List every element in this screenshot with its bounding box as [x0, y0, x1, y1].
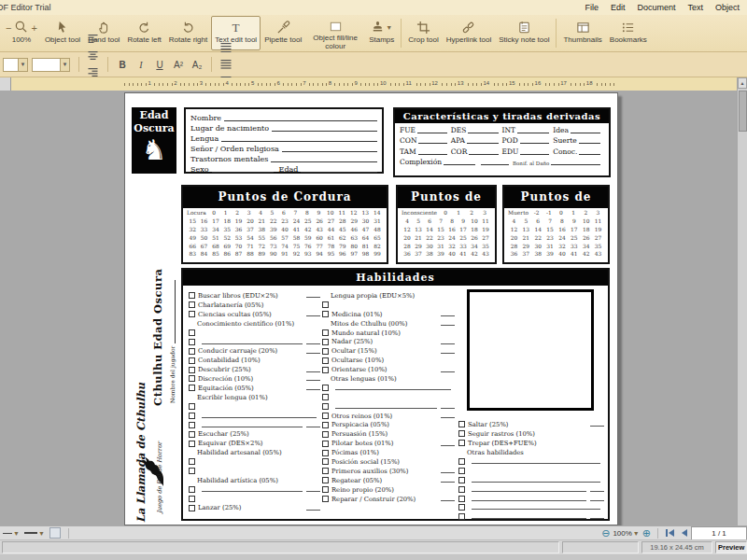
- menu-bar: FileEditDocumentTextObject: [585, 3, 747, 12]
- tracker-number: 76: [303, 244, 314, 252]
- tracker-number: 5: [266, 210, 277, 218]
- tracker-row: 8384858687888990919293949596979899: [187, 251, 383, 259]
- ruler-number: 5: [250, 80, 255, 86]
- line-style-picker[interactable]: ▼: [3, 530, 20, 537]
- menu-item-document[interactable]: Document: [637, 3, 675, 12]
- vertical-scrollbar[interactable]: ▲: [737, 77, 747, 525]
- align-center-button[interactable]: [85, 48, 102, 64]
- menu-item-text[interactable]: Text: [687, 3, 703, 12]
- tracker-number: 72: [256, 244, 267, 252]
- tracker-number: 93: [303, 251, 314, 259]
- rotate-right-button[interactable]: Rotate right: [165, 16, 211, 50]
- tracker-number: 11: [592, 218, 604, 227]
- tracker-number: 42: [469, 251, 480, 259]
- skill-row: Mundo natural (10%): [322, 329, 455, 338]
- skill-score-line: [441, 441, 455, 446]
- thumbnails-button[interactable]: Thumbnails: [559, 16, 605, 50]
- skill-label: Pócimas (01%): [331, 449, 379, 456]
- note-colour-icon[interactable]: [49, 527, 61, 539]
- tracker-number: 30: [532, 244, 544, 252]
- chevron-down-icon[interactable]: ▼: [60, 59, 69, 71]
- skill-row: Persuasión (15%): [322, 429, 455, 439]
- menu-item-edit[interactable]: Edit: [611, 3, 626, 12]
- stat-field-pod: POD: [502, 136, 554, 145]
- tracker-number: 5: [520, 218, 532, 227]
- bold-button[interactable]: B: [114, 56, 131, 73]
- skill-score-line: [441, 321, 455, 326]
- line-spacing-15-button[interactable]: [218, 56, 234, 73]
- document-canvas[interactable]: Cthulhu Edad Oscura Nombre del jugador L…: [0, 91, 737, 525]
- font-family-combo[interactable]: ▼: [3, 58, 28, 72]
- zoom-tool-button[interactable]: − + 100%: [2, 16, 41, 50]
- skill-checkbox: [322, 403, 329, 410]
- pdf-page[interactable]: Cthulhu Edad Oscura Nombre del jugador L…: [124, 92, 618, 525]
- object-fill-line-colour-button[interactable]: Object fill/line colour: [305, 16, 365, 50]
- zoom-out-icon[interactable]: −: [6, 22, 11, 34]
- pipette-tool-button[interactable]: Pipette tool: [261, 16, 305, 50]
- skill-row: [458, 457, 604, 467]
- chevron-down-icon[interactable]: ▼: [18, 59, 27, 71]
- font-size-combo[interactable]: ▼: [32, 58, 70, 72]
- tracker-number: 24: [557, 235, 569, 244]
- divider: [68, 528, 69, 539]
- rotate-right-icon: [181, 20, 195, 35]
- bookmarks-button[interactable]: Bookmarks: [606, 16, 651, 50]
- skill-row: Ciencias ocultas (05%): [189, 310, 320, 319]
- object-tool-button[interactable]: Object tool: [41, 16, 84, 50]
- tracker-number: 19: [233, 218, 244, 227]
- previous-page-button[interactable]: [682, 529, 687, 537]
- skill-label: Lengua propia (EDU×5%): [331, 292, 415, 300]
- ruler-number: 15: [508, 80, 516, 86]
- tracker-number: 3: [243, 210, 254, 218]
- zoom-level-label: 100%: [12, 35, 31, 44]
- zoom-out-button[interactable]: ⊖: [601, 528, 610, 539]
- stamps-button[interactable]: ▼Stamps: [365, 16, 398, 50]
- underline-button[interactable]: U: [151, 56, 168, 73]
- crop-tool-button[interactable]: Crop tool: [404, 16, 442, 50]
- edad-oscura-logo: Edad Oscura ♞: [132, 107, 176, 174]
- tracker-row: 3637383940414243: [402, 251, 491, 259]
- italic-button[interactable]: I: [133, 56, 149, 73]
- align-left-button[interactable]: [85, 31, 102, 48]
- tracker-number: 43: [480, 251, 491, 259]
- menu-item-object[interactable]: Object: [715, 3, 740, 12]
- ruler-number: 16: [534, 80, 543, 86]
- scroll-up-icon[interactable]: ▲: [738, 77, 747, 89]
- knight-icon: ♞: [132, 133, 176, 167]
- stat-field-edu: EDU: [502, 147, 554, 156]
- menu-item-file[interactable]: File: [585, 3, 599, 12]
- page-indicator-field[interactable]: 1 / 1: [691, 526, 747, 540]
- stat-row: FUEDESINTIdea: [395, 123, 609, 134]
- rotate-left-button[interactable]: Rotate left: [123, 16, 164, 50]
- tracker-row: 2021222324252627: [508, 235, 604, 244]
- skill-label: Posición social (15%): [331, 458, 400, 466]
- tracker-number: 42: [580, 251, 592, 259]
- superscript-button[interactable]: A²: [170, 56, 187, 73]
- line-width-picker[interactable]: ▼: [24, 530, 45, 537]
- skill-checkbox: [189, 375, 195, 382]
- chevron-down-icon[interactable]: ▼: [386, 24, 392, 31]
- skill-row: Otras habilidades: [467, 448, 604, 457]
- skill-score-line: [306, 487, 320, 492]
- skill-checkbox: [189, 468, 195, 474]
- skill-row: Buscar libros (EDU×2%): [189, 291, 320, 301]
- scrollbar-thumb[interactable]: [739, 91, 747, 132]
- first-page-button[interactable]: [666, 529, 674, 537]
- tracker-number: 22: [268, 218, 279, 227]
- tracker-number: 94: [314, 251, 325, 259]
- page-size-label: 19.16 x 24.45 cm: [641, 541, 712, 553]
- sticky-note-tool-button[interactable]: Sticky note tool: [495, 16, 553, 50]
- zoom-in-icon[interactable]: +: [31, 22, 36, 34]
- chevron-down-icon[interactable]: ▼: [633, 530, 640, 537]
- tracker-row: 4567891011: [508, 218, 604, 227]
- tracker-number: 21: [520, 235, 532, 244]
- zoom-in-button[interactable]: ⊕: [642, 528, 651, 539]
- subscript-button[interactable]: A₂: [189, 56, 205, 73]
- skill-label: Lanzar (25%): [198, 504, 241, 511]
- tracker-number: 79: [337, 244, 348, 252]
- hyperlink-tool-button[interactable]: Hyperlink tool: [443, 16, 495, 50]
- tracker-number: 38: [424, 251, 435, 259]
- tracker-number: 12: [402, 227, 413, 235]
- text-format-toolbar: ▼ ▼ B I U A² A₂: [0, 52, 747, 77]
- line-spacing-1-button[interactable]: [218, 39, 234, 56]
